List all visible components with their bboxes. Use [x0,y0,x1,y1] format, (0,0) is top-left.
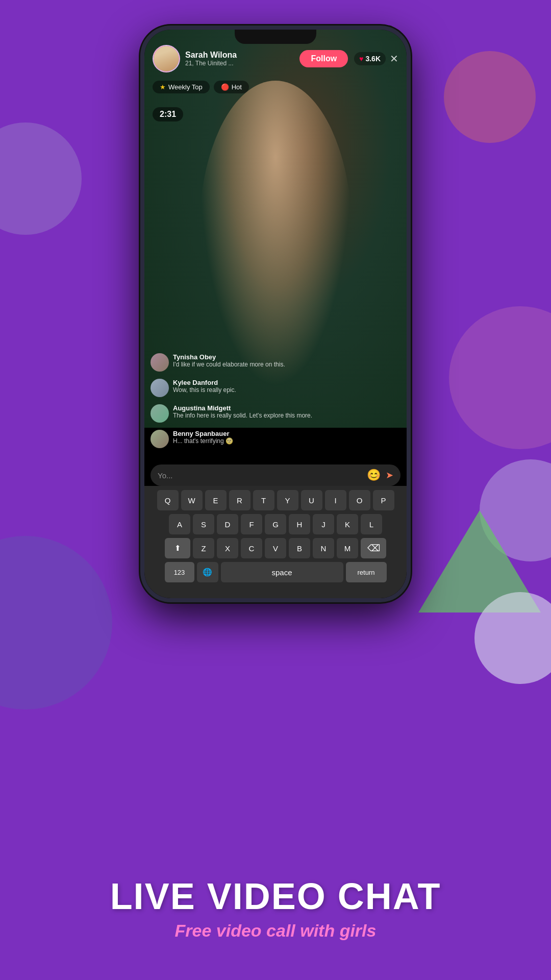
message-input-placeholder[interactable]: Yo... [158,471,367,480]
person-face [199,81,352,387]
chat-avatar-3[interactable] [151,404,169,423]
bg-shape-1 [0,122,82,235]
key-r[interactable]: R [229,490,251,510]
key-u[interactable]: U [301,490,322,510]
key-l[interactable]: L [361,514,382,534]
key-k[interactable]: K [337,514,358,534]
send-button[interactable]: ➤ [386,470,393,481]
key-j[interactable]: J [313,514,334,534]
phone-device: Sarah Wilona 21, The Uinited ... Follow … [140,26,411,602]
user-sub: 21, The Uinited ... [185,60,299,67]
chat-message-3: Augustina Midgett The info here is reall… [151,404,400,423]
key-b[interactable]: B [289,538,310,558]
key-o[interactable]: O [349,490,370,510]
chat-username-1: Tynisha Obey [173,353,285,361]
keyboard-row-1: Q W E R T Y U I O P [146,490,405,510]
chat-text-1: I'd like if we could elaborate more on t… [173,361,285,369]
chat-avatar-4[interactable] [151,430,169,448]
key-i[interactable]: I [325,490,346,510]
user-info: Sarah Wilona 21, The Uinited ... [185,51,299,67]
key-v[interactable]: V [265,538,286,558]
key-h[interactable]: H [289,514,310,534]
keyboard-row-4: 123 🌐 space return [146,562,405,582]
backspace-key[interactable]: ⌫ [361,538,386,558]
chat-text-3: The info here is really solid. Let's exp… [173,412,312,420]
follow-button[interactable]: Follow [299,50,348,67]
bg-shape-3 [444,51,536,143]
key-c[interactable]: C [241,538,262,558]
chat-content-3: Augustina Midgett The info here is reall… [173,404,312,420]
chat-username-4: Benny Spanbauer [173,430,233,437]
tags-row: ★ Weekly Top 🔴 Hot [153,81,249,93]
keyboard-row-3: ⬆ Z X C V B N M ⌫ [146,538,405,558]
chat-username-3: Augustina Midgett [173,404,312,412]
chat-text-2: Wow, this is really epic. [173,386,236,395]
key-n[interactable]: N [313,538,334,558]
bottom-title: LIVE VIDEO CHAT [110,876,441,917]
input-row[interactable]: Yo... 😊 ➤ [151,464,400,486]
fire-icon: 🔴 [221,83,229,91]
top-bar: Sarah Wilona 21, The Uinited ... Follow … [144,45,407,72]
key-d[interactable]: D [217,514,238,534]
tag-weekly-top: ★ Weekly Top [153,81,210,93]
chat-message-4: Benny Spanbauer H... that's terrifying 🌝 [151,430,400,448]
bottom-subtitle: Free video call with girls [175,921,377,941]
key-g[interactable]: G [265,514,286,534]
phone-frame: Sarah Wilona 21, The Uinited ... Follow … [140,26,411,602]
key-x[interactable]: X [217,538,238,558]
heart-icon: ♥ [359,55,363,63]
close-button[interactable]: ✕ [390,53,398,65]
bottom-section: LIVE VIDEO CHAT Free video call with gir… [0,837,551,980]
chat-content-4: Benny Spanbauer H... that's terrifying 🌝 [173,430,233,446]
chat-avatar-1[interactable] [151,353,169,372]
key-q[interactable]: Q [157,490,179,510]
key-z[interactable]: Z [193,538,214,558]
num-key[interactable]: 123 [165,562,194,582]
tag-hot-label: Hot [232,83,242,91]
chat-content-1: Tynisha Obey I'd like if we could elabor… [173,353,285,369]
key-a[interactable]: A [169,514,190,534]
tag-weekly-label: Weekly Top [168,83,203,91]
chat-content-2: Kylee Danford Wow, this is really epic. [173,379,236,395]
user-name: Sarah Wilona [185,51,299,60]
keyboard: Q W E R T Y U I O P A S D F G [144,486,407,598]
key-y[interactable]: Y [277,490,298,510]
key-e[interactable]: E [205,490,227,510]
emoji-button[interactable]: 😊 [367,469,381,482]
tag-hot: 🔴 Hot [214,81,249,93]
input-area: Yo... 😊 ➤ [144,464,407,486]
phone-screen: Sarah Wilona 21, The Uinited ... Follow … [144,30,407,598]
chat-username-2: Kylee Danford [173,379,236,386]
chat-area: Tynisha Obey I'd like if we could elabor… [144,353,407,455]
chat-avatar-2[interactable] [151,379,169,397]
key-s[interactable]: S [193,514,214,534]
bg-shape-2 [449,306,551,449]
user-avatar[interactable] [153,45,180,72]
live-timer: 2:31 [153,107,183,121]
keyboard-row-2: A S D F G H J K L [146,514,405,534]
likes-badge: ♥ 3.6K [354,52,386,65]
space-key[interactable]: space [221,562,343,582]
chat-message-2: Kylee Danford Wow, this is really epic. [151,379,400,397]
likes-count: 3.6K [365,55,381,63]
key-m[interactable]: M [337,538,358,558]
key-p[interactable]: P [373,490,394,510]
key-f[interactable]: F [241,514,262,534]
key-t[interactable]: T [253,490,274,510]
shift-key[interactable]: ⬆ [165,538,190,558]
key-w[interactable]: W [181,490,203,510]
bg-shape-4 [0,536,112,709]
star-icon: ★ [160,83,166,91]
chat-text-4: H... that's terrifying 🌝 [173,437,233,446]
emoji-key[interactable]: 🌐 [197,562,218,582]
return-key[interactable]: return [346,562,387,582]
phone-notch [235,30,316,44]
chat-message-1: Tynisha Obey I'd like if we could elabor… [151,353,400,372]
